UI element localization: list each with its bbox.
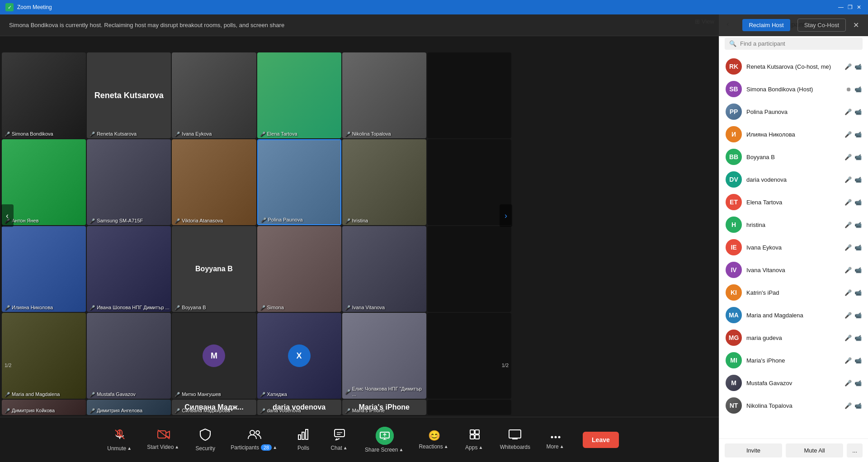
participant-item-boyyana[interactable]: BB Boyyana B 🎤 📹: [719, 146, 868, 168]
participant-list: RK Reneta Kutsarova (Co-host, me) 🎤 📹 SB…: [719, 53, 868, 438]
video-cell-daria[interactable]: daria vodenova 🎤daria vodenova: [257, 400, 341, 415]
polls-button[interactable]: Polls: [285, 425, 321, 455]
svg-point-8: [256, 431, 259, 434]
video-cell-samsung[interactable]: 🎤Samsung SM-A715F: [87, 139, 171, 225]
video-cell-ivana-e[interactable]: 🎤Ivana Eykova: [172, 52, 256, 138]
participant-search-box[interactable]: 🔍: [725, 38, 863, 50]
participant-icons-polina: 🎤 📹: [844, 108, 862, 115]
share-arrow[interactable]: ▲: [398, 447, 404, 452]
participant-item-reneta[interactable]: RK Reneta Kutsarova (Co-host, me) 🎤 📹: [719, 55, 868, 78]
video-cell-silvana[interactable]: Силвана Мадж... 🎤Силвана Маджирова: [172, 400, 256, 415]
participant-name-iliyana: Илияна Николова: [746, 131, 840, 138]
participants-toolbar-button[interactable]: Participants 28 ▲: [223, 425, 285, 454]
more-button[interactable]: More ▲: [538, 426, 574, 453]
unmute-arrow[interactable]: ▲: [126, 446, 132, 451]
participant-item-ivana-e[interactable]: IE Ivana Eykova 🎤 📹: [719, 236, 868, 259]
share-screen-button[interactable]: Share Screen ▲: [358, 423, 411, 457]
more-icon: [550, 430, 561, 442]
video-cell-polina[interactable]: 🎤Polina Paunova: [257, 139, 341, 225]
stay-cohost-button[interactable]: Stay Co-Host: [797, 19, 846, 32]
video-cell-nikolina[interactable]: 🎤Nikolina Topalova: [342, 52, 426, 138]
cam-muted-icon-i: 📹: [854, 131, 862, 138]
reactions-arrow[interactable]: ▲: [443, 444, 449, 449]
participant-name-katrin: Katrin's iPad: [746, 289, 840, 296]
video-cell-hatija[interactable]: Х 🎤Хатиджа: [257, 313, 341, 399]
close-button[interactable]: ✕: [855, 4, 863, 11]
chat-button[interactable]: Chat ▲: [321, 425, 358, 455]
participant-icons-boyyana: 🎤 📹: [844, 154, 862, 160]
video-cell-reneta[interactable]: Reneta Kutsarova 🎤Reneta Kutsarova: [87, 52, 171, 138]
participant-item-nikolina[interactable]: NT Nikolina Topalova 🎤 📹: [719, 394, 868, 417]
participant-icons-simona: ⏺ 📹: [846, 86, 862, 93]
start-video-button[interactable]: Start Video ▲: [140, 426, 187, 454]
video-cell-elena[interactable]: 🎤Elena Tartova: [257, 52, 341, 138]
participant-item-katrin[interactable]: KI Katrin's iPad 🎤 📹: [719, 281, 868, 304]
participants-label: Participants: [231, 444, 259, 451]
video-cell-dimitria-a[interactable]: 🎤Димитрия Ангелова: [87, 400, 171, 415]
cam-muted-icon-m: 📹: [854, 380, 862, 387]
participants-more-button[interactable]: ...: [847, 443, 863, 457]
participant-item-maria-mag[interactable]: MA Maria and Magdalena 🎤 📹: [719, 304, 868, 326]
participant-item-simona-b[interactable]: SB Simona Bondikova (Host) ⏺ 📹: [719, 78, 868, 100]
video-cell-elis[interactable]: 🎤Елис Чолакова НПГ "Димитър ...: [342, 313, 426, 399]
apps-button[interactable]: Apps ▲: [457, 425, 493, 454]
video-cell-viktoria[interactable]: 🎤Viktoria Atanasova: [172, 139, 256, 225]
participant-item-iliyana[interactable]: И Илияна Николова 🎤 📹: [719, 123, 868, 146]
apps-arrow[interactable]: ▲: [477, 445, 484, 450]
participants-arrow[interactable]: ▲: [272, 445, 278, 450]
participant-item-elena-t[interactable]: ET Elena Tartova 🎤 📹: [719, 191, 868, 213]
video-cell-boyyana[interactable]: Boyyana B 🎤Boyyana B: [172, 226, 256, 312]
video-cell-ivana-v[interactable]: 🎤Ivana Vitanova: [342, 226, 426, 312]
restore-button[interactable]: ❐: [846, 4, 854, 11]
participant-icons-ivana-e: 🎤 📹: [844, 244, 862, 251]
participant-icons-katrin: 🎤 📹: [844, 289, 862, 296]
reactions-button[interactable]: 😊 Reactions ▲: [411, 426, 456, 453]
cam-muted-icon-ie: 📹: [854, 244, 862, 251]
participant-icons-elena: 🎤 📹: [844, 199, 862, 206]
participant-icons-reneta: 🎤 📹: [844, 63, 862, 70]
participant-item-polina[interactable]: PP Polina Paunova 🎤 📹: [719, 100, 868, 123]
svg-rect-12: [335, 429, 344, 437]
svg-rect-10: [302, 432, 304, 439]
participant-avatar-h: H: [726, 217, 742, 233]
participant-item-mustafa[interactable]: M Mustafa Gavazov 🎤 📹: [719, 372, 868, 394]
zoom-shield-icon: ✓: [5, 3, 14, 11]
more-arrow[interactable]: ▲: [559, 444, 565, 449]
chat-arrow[interactable]: ▲: [342, 445, 349, 450]
video-cell-mitko[interactable]: М 🎤Митко Мангушев: [172, 313, 256, 399]
participant-search-input[interactable]: [740, 40, 858, 47]
participant-item-hristina[interactable]: H hristina 🎤 📹: [719, 213, 868, 236]
video-cell-maria-mag[interactable]: 🎤Maria and Magdalena: [2, 313, 86, 399]
participant-icons-iliyana: 🎤 📹: [844, 131, 862, 138]
video-cell-empty-5: [427, 400, 511, 415]
video-cell-maria-iphone[interactable]: Maria's iPhone 🎤Maria's iPhone: [342, 400, 426, 415]
participant-item-maria-g[interactable]: MG maria gudeva 🎤 📹: [719, 326, 868, 349]
video-cell-mustafa[interactable]: 🎤Mustafa Gavazov: [87, 313, 171, 399]
video-cell-ivana-sh[interactable]: 🎤Ивана Шопова НПГ Димитър ...: [87, 226, 171, 312]
whiteboards-button[interactable]: Whiteboards: [493, 426, 538, 454]
video-cell-simona[interactable]: 🎤Simona Bondikova: [2, 52, 86, 138]
video-arrow[interactable]: ▲: [174, 444, 180, 449]
unmute-button[interactable]: Unmute ▲: [100, 424, 140, 455]
security-button[interactable]: Security: [187, 424, 223, 455]
svg-rect-20: [475, 430, 479, 434]
participant-item-daria[interactable]: DV daria vodenova 🎤 📹: [719, 168, 868, 191]
svg-rect-11: [306, 429, 308, 439]
mute-all-button[interactable]: Mute All: [786, 443, 843, 457]
invite-button[interactable]: Invite: [725, 443, 782, 457]
leave-button[interactable]: Leave: [583, 432, 619, 448]
video-cell-simona2[interactable]: 🎤Simona: [257, 226, 341, 312]
next-page-button[interactable]: ›: [500, 204, 512, 227]
share-screen-icon: [376, 427, 394, 445]
notification-close-button[interactable]: ✕: [853, 21, 859, 29]
video-cell-dimitria-k[interactable]: 🎤Димитрия Койкова: [2, 400, 86, 415]
video-cell-iliyana[interactable]: 🎤Илияна Николова: [2, 226, 86, 312]
video-cell-hristina[interactable]: 🎤hristina: [342, 139, 426, 225]
video-cell-anton[interactable]: 🎤Антон Янев: [2, 139, 86, 225]
participant-item-maria-iphone[interactable]: MI Maria's iPhone 🎤 📹: [719, 349, 868, 372]
reclaim-host-button[interactable]: Reclaim Host: [742, 19, 790, 31]
participant-icons-maria-mag: 🎤 📹: [844, 312, 862, 319]
participant-item-ivana-v[interactable]: IV Ivana Vitanova 🎤 📹: [719, 259, 868, 281]
minimize-button[interactable]: —: [837, 4, 844, 11]
previous-page-button[interactable]: ‹: [1, 204, 14, 227]
